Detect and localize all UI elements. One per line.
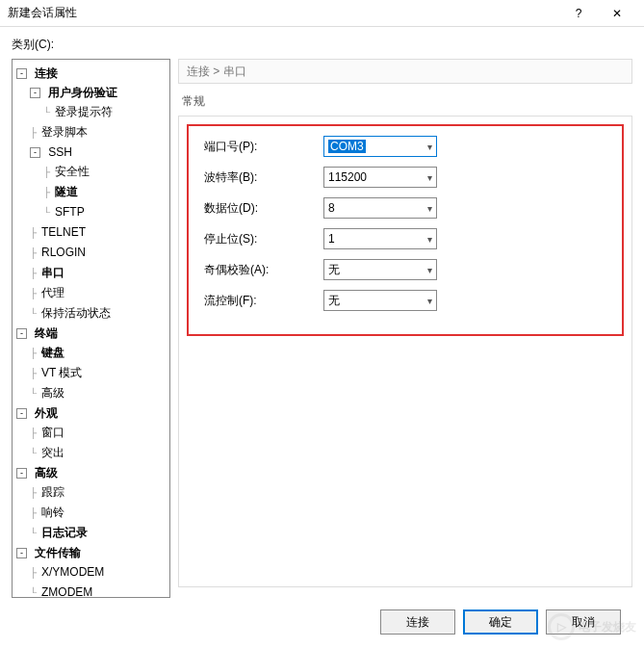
- tree-connector-icon: ├: [30, 563, 39, 583]
- tree-item-zmodem[interactable]: ZMODEM: [39, 585, 94, 598]
- flowctrl-label: 流控制(F):: [198, 293, 323, 309]
- baud-value: 115200: [328, 170, 367, 184]
- tree-toggle-icon[interactable]: -: [16, 328, 27, 339]
- tree-connector-icon: ├: [30, 284, 39, 303]
- port-value: COM3: [328, 140, 366, 153]
- parity-select[interactable]: 无 ▾: [323, 259, 437, 280]
- tree-item-connection[interactable]: 连接: [33, 66, 60, 80]
- close-button[interactable]: ✕: [598, 0, 636, 27]
- databits-value: 8: [328, 201, 335, 215]
- tree-item-telnet[interactable]: TELNET: [39, 225, 88, 239]
- baud-select[interactable]: 115200 ▾: [323, 167, 437, 188]
- tree-item-proxy[interactable]: 代理: [39, 286, 66, 299]
- highlighted-region: 端口号(P): COM3 ▾ 波特率(B): 115200 ▾: [187, 124, 624, 336]
- chevron-down-icon: ▾: [427, 296, 432, 306]
- baud-label: 波特率(B):: [198, 169, 323, 186]
- tree-item-highlight[interactable]: 突出: [39, 446, 66, 459]
- tree-toggle-icon[interactable]: -: [30, 147, 40, 158]
- stopbits-value: 1: [328, 232, 335, 246]
- tree-item-xymodem[interactable]: X/YMODEM: [39, 565, 106, 579]
- tree-connector-icon: ├: [30, 483, 39, 503]
- tree-item-sftp[interactable]: SFTP: [53, 205, 87, 219]
- tree-connector-icon: └: [30, 384, 39, 403]
- connect-button[interactable]: 连接: [380, 609, 455, 635]
- tree-item-file-transfer[interactable]: 文件传输: [33, 546, 83, 559]
- breadcrumb: 连接 > 串口: [178, 59, 632, 84]
- tree-connector-icon: ├: [30, 504, 39, 523]
- parity-label: 奇偶校验(A):: [198, 262, 323, 278]
- chevron-down-icon: ▾: [427, 265, 432, 275]
- tree-item-user-auth[interactable]: 用户身份验证: [46, 86, 119, 99]
- tree-connector-icon: ├: [43, 163, 53, 182]
- tree-connector-icon: └: [43, 103, 53, 122]
- tree-item-ssh[interactable]: SSH: [46, 145, 74, 159]
- stopbits-label: 停止位(S):: [198, 231, 323, 247]
- tree-connector-icon: ├: [30, 264, 39, 283]
- stopbits-select[interactable]: 1 ▾: [323, 228, 437, 249]
- tree-item-terminal[interactable]: 终端: [33, 326, 60, 340]
- chevron-down-icon: ▾: [427, 172, 432, 183]
- titlebar: 新建会话属性 ? ✕: [0, 0, 644, 27]
- tree-item-keyboard[interactable]: 键盘: [39, 346, 66, 359]
- tree-connector-icon: └: [30, 524, 39, 543]
- chevron-down-icon: ▾: [427, 142, 432, 152]
- databits-label: 数据位(D):: [198, 200, 323, 217]
- flowctrl-select[interactable]: 无 ▾: [323, 290, 437, 311]
- help-icon: ?: [576, 7, 582, 20]
- tree-connector-icon: ├: [30, 123, 39, 143]
- category-tree[interactable]: - 连接 - 用户身份验证 └登录提示符 ├登录脚本 -: [12, 59, 170, 598]
- tree-item-tunnel[interactable]: 隧道: [53, 185, 80, 198]
- tree-item-serial[interactable]: 串口: [39, 266, 66, 279]
- tree-item-trace[interactable]: 跟踪: [39, 485, 66, 499]
- port-label: 端口号(P):: [198, 139, 323, 155]
- databits-select[interactable]: 8 ▾: [323, 197, 437, 219]
- cancel-button[interactable]: 取消: [546, 609, 621, 635]
- tree-item-advanced-term[interactable]: 高级: [39, 386, 66, 400]
- tree-item-keepalive[interactable]: 保持活动状态: [39, 306, 113, 320]
- tree-connector-icon: ├: [30, 223, 39, 243]
- tree-connector-icon: ├: [30, 344, 39, 363]
- tree-item-appearance[interactable]: 外观: [33, 406, 60, 420]
- tree-connector-icon: ├: [30, 244, 39, 263]
- tree-connector-icon: └: [30, 444, 39, 463]
- tree-connector-icon: ├: [30, 364, 39, 383]
- group-title: 常规: [178, 93, 632, 110]
- chevron-down-icon: ▾: [427, 203, 432, 214]
- chevron-down-icon: ▾: [427, 234, 432, 245]
- tree-item-advanced[interactable]: 高级: [33, 466, 60, 480]
- tree-item-login-prompt[interactable]: 登录提示符: [53, 105, 115, 118]
- tree-connector-icon: └: [30, 304, 39, 324]
- tree-connector-icon: └: [43, 203, 53, 222]
- tree-item-bell[interactable]: 响铃: [39, 505, 66, 519]
- ok-button[interactable]: 确定: [463, 609, 538, 635]
- port-select[interactable]: COM3 ▾: [323, 136, 437, 157]
- tree-item-rlogin[interactable]: RLOGIN: [39, 246, 88, 259]
- tree-toggle-icon[interactable]: -: [16, 68, 27, 79]
- tree-toggle-icon[interactable]: -: [16, 408, 27, 419]
- dialog-buttons: 连接 确定 取消: [12, 598, 632, 635]
- tree-item-window[interactable]: 窗口: [39, 426, 66, 439]
- tree-item-logging[interactable]: 日志记录: [39, 526, 90, 539]
- tree-item-login-script[interactable]: 登录脚本: [39, 125, 90, 139]
- window-title: 新建会话属性: [8, 5, 559, 21]
- tree-toggle-icon[interactable]: -: [30, 88, 40, 98]
- tree-item-vtmode[interactable]: VT 模式: [39, 366, 84, 379]
- tree-connector-icon: ├: [30, 424, 39, 443]
- parity-value: 无: [328, 262, 340, 278]
- tree-item-security[interactable]: 安全性: [53, 165, 91, 178]
- close-icon: ✕: [612, 7, 622, 20]
- tree-toggle-icon[interactable]: -: [16, 468, 27, 479]
- tree-connector-icon: ├: [43, 183, 53, 202]
- flowctrl-value: 无: [328, 293, 340, 309]
- help-button[interactable]: ?: [559, 0, 598, 27]
- category-label: 类别(C):: [12, 37, 632, 53]
- settings-group: 端口号(P): COM3 ▾ 波特率(B): 115200 ▾: [178, 116, 632, 587]
- tree-toggle-icon[interactable]: -: [16, 548, 27, 558]
- tree-connector-icon: └: [30, 583, 39, 598]
